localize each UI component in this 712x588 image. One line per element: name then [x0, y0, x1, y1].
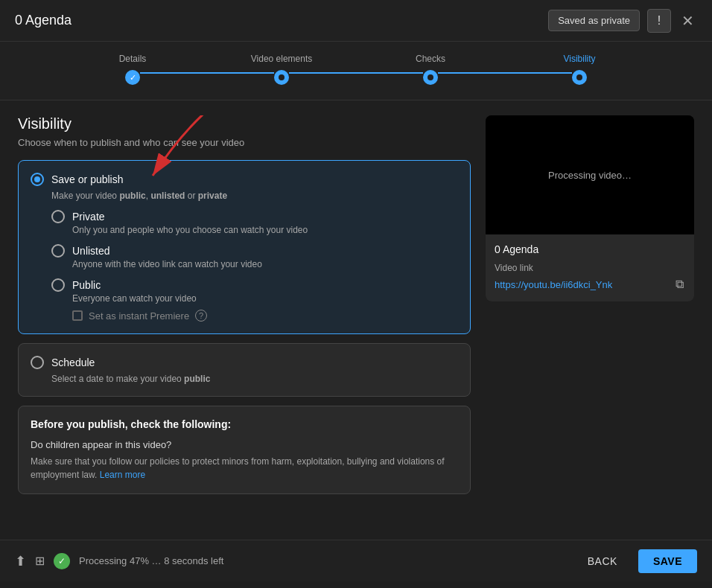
step-dot — [576, 74, 582, 80]
schedule-header: Schedule — [31, 356, 458, 369]
radio-schedule[interactable] — [31, 356, 44, 369]
save-publish-header: Save or publish — [31, 173, 458, 186]
left-panel: Visibility Choose when to publish and wh… — [18, 115, 471, 525]
desc-bold-public: public — [119, 191, 145, 201]
premiere-row: Set as instant Premiere ? — [72, 310, 458, 322]
step-line-2 — [289, 72, 423, 74]
header: 0 Agenda Saved as private ! ✕ — [0, 0, 712, 42]
radio-private[interactable] — [51, 210, 65, 223]
save-button[interactable]: SAVE — [638, 549, 697, 573]
save-publish-title: Save or publish — [51, 173, 124, 185]
alert-button[interactable]: ! — [647, 9, 671, 33]
premiere-label: Set as instant Premiere — [89, 310, 189, 322]
learn-more-link[interactable]: Learn more — [100, 470, 145, 480]
step-checks-label: Checks — [416, 54, 445, 64]
step-video-elements-label: Video elements — [251, 54, 313, 64]
schedule-card[interactable]: Schedule Select a date to make your vide… — [18, 343, 471, 397]
step-details[interactable]: Details ✓ — [58, 54, 207, 85]
step-visibility-circle — [572, 70, 587, 85]
copy-link-button[interactable]: ⧉ — [674, 276, 685, 293]
sub-option-public[interactable]: Public Everyone can watch your video Set… — [51, 278, 458, 322]
step-checks[interactable]: Checks — [356, 54, 505, 85]
sub-option-unlisted[interactable]: Unlisted Anyone with the video link can … — [51, 244, 458, 269]
premiere-checkbox[interactable] — [72, 310, 83, 321]
footer-right: BACK SAVE — [576, 549, 697, 573]
sub-option-unlisted-header: Unlisted — [51, 244, 458, 258]
step-checks-circle — [423, 70, 438, 85]
step-details-label: Details — [119, 54, 147, 64]
footer-left: ⬆ ⊞ ✓ Processing 47% … 8 seconds left — [15, 553, 223, 569]
footer: ⬆ ⊞ ✓ Processing 47% … 8 seconds left BA… — [0, 540, 712, 581]
video-title: 0 Agenda — [495, 243, 685, 255]
schedule-title: Schedule — [51, 357, 95, 368]
step-dot — [279, 74, 285, 80]
video-link-row: https://youtu.be/ii6dkci_Ynk ⧉ — [495, 276, 685, 293]
help-icon[interactable]: ? — [195, 310, 207, 322]
header-actions: Saved as private ! ✕ — [548, 9, 697, 33]
stepper: Details ✓ Video elements Checks Visibili… — [0, 42, 712, 100]
page-title: 0 Agenda — [15, 13, 71, 28]
visibility-title: Visibility — [18, 115, 471, 132]
sub-option-public-desc: Everyone can watch your video — [72, 293, 458, 304]
processing-text: Processing video… — [548, 170, 632, 181]
sub-option-private-desc: Only you and people who you choose can w… — [72, 225, 458, 235]
sub-option-public-title: Public — [72, 279, 101, 291]
right-panel: Processing video… 0 Agenda Video link ht… — [486, 115, 694, 525]
publish-check-card: Before you publish, check the following:… — [18, 406, 471, 494]
video-link[interactable]: https://youtu.be/ii6dkci_Ynk — [495, 279, 612, 290]
sub-option-private-title: Private — [72, 211, 105, 223]
step-details-circle: ✓ — [125, 70, 140, 85]
check-question: Do children appear in this video? — [31, 439, 458, 450]
sub-option-unlisted-desc: Anyone with the video link can watch you… — [72, 259, 458, 269]
step-line-1 — [140, 72, 274, 74]
desc-bold-unlisted: unlisted — [150, 191, 185, 201]
step-line-3 — [438, 72, 572, 74]
step-video-elements-circle — [274, 70, 289, 85]
save-publish-desc: Make your video public, unlisted or priv… — [51, 191, 458, 201]
grid-icon: ⊞ — [35, 554, 45, 568]
save-publish-card[interactable]: Save or publish Make your video public, … — [18, 160, 471, 334]
publish-check-title: Before you publish, check the following: — [31, 418, 458, 430]
radio-unlisted[interactable] — [51, 244, 65, 258]
close-button[interactable]: ✕ — [678, 9, 697, 33]
step-visibility[interactable]: Visibility — [505, 54, 654, 85]
back-button[interactable]: BACK — [576, 549, 629, 573]
video-preview: Processing video… 0 Agenda Video link ht… — [486, 115, 694, 301]
step-video-elements[interactable]: Video elements — [207, 54, 356, 85]
processing-status: Processing 47% … 8 seconds left — [79, 555, 223, 566]
check-desc: Make sure that you follow our policies t… — [31, 455, 458, 482]
video-link-label: Video link — [495, 263, 685, 273]
visibility-subtitle: Choose when to publish and who can see y… — [18, 137, 471, 148]
video-thumbnail: Processing video… — [486, 115, 694, 234]
schedule-bold: public — [184, 374, 210, 384]
sub-option-private-header: Private — [51, 210, 458, 223]
step-dot — [427, 74, 433, 80]
upload-icon: ⬆ — [15, 553, 26, 569]
desc-bold-private: private — [198, 191, 227, 201]
sub-option-private[interactable]: Private Only you and people who you choo… — [51, 210, 458, 235]
video-info: 0 Agenda Video link https://youtu.be/ii6… — [486, 234, 694, 301]
sub-options-list: Private Only you and people who you choo… — [51, 210, 458, 322]
radio-public[interactable] — [51, 278, 65, 292]
schedule-desc: Select a date to make your video public — [51, 374, 458, 384]
check-icon: ✓ — [130, 73, 136, 83]
sub-option-public-header: Public — [51, 278, 458, 292]
saved-badge: Saved as private — [548, 10, 640, 31]
step-visibility-label: Visibility — [563, 54, 595, 64]
check-circle-icon: ✓ — [54, 553, 70, 569]
main-content: Visibility Choose when to publish and wh… — [0, 100, 712, 540]
save-publish-radio[interactable] — [31, 173, 44, 186]
sub-option-unlisted-title: Unlisted — [72, 245, 110, 257]
stepper-container: Details ✓ Video elements Checks Visibili… — [58, 54, 654, 85]
